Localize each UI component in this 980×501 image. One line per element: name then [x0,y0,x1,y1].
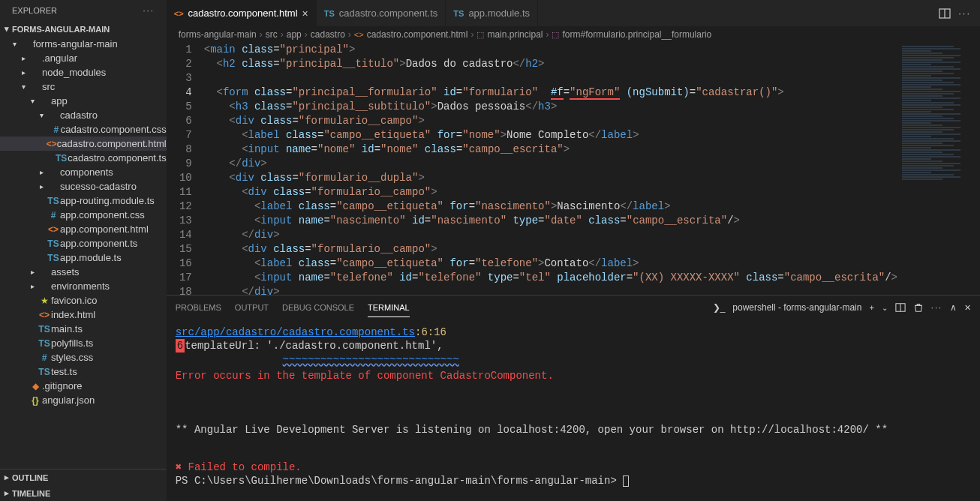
breadcrumb-segment[interactable]: app [287,29,302,40]
tree-item-forms-angular-main[interactable]: ▾forms-angular-main [0,37,167,51]
tree-item-main-ts[interactable]: TSmain.ts [0,322,167,336]
terminal-error-linenum: 6 [176,339,185,352]
tree-item-app-routing-module-ts[interactable]: TSapp-routing.module.ts [0,194,167,208]
close-tab-icon[interactable]: × [302,8,308,20]
editor-tabs: <>cadastro.component.html×TScadastro.com… [167,0,980,26]
line-gutter: 123456789101112131415161718 [167,43,204,295]
terminal-shell-icon: ❯_ [713,302,726,313]
explorer-more-icon[interactable]: ··· [143,6,155,15]
breadcrumb-segment[interactable]: main.principal [487,29,543,40]
main-area: <>cadastro.component.html×TScadastro.com… [167,0,980,501]
terminal-code-line: templateUrl: './cadastro.component.html'… [185,339,443,352]
tree-item-sucesso-cadastro[interactable]: ▸sucesso-cadastro [0,179,167,194]
tree-item-environments[interactable]: ▸environments [0,279,167,293]
timeline-section[interactable]: ▸ TIMELINE [0,485,167,501]
tree-item-cadastro-component-css[interactable]: #cadastro.component.css [0,122,167,136]
sidebar-bottom-sections: ▸ OUTLINE ▸ TIMELINE [0,469,167,501]
bottom-panel: PROBLEMS OUTPUT DEBUG CONSOLE TERMINAL ❯… [167,295,980,501]
editor-tab-cadastro-component-html[interactable]: <>cadastro.component.html× [167,0,317,26]
terminal-fail: ✖ Failed to compile. [176,460,971,474]
editor-tab-cadastro-component-ts[interactable]: TScadastro.component.ts [317,0,446,26]
terminal-body[interactable]: src/app/cadastro/cadastro.component.ts:6… [167,320,980,501]
editor-actions: ··· [939,0,980,26]
breadcrumb-segment[interactable]: cadastro.component.html [367,29,468,40]
terminal-error-msg: Error occurs in the template of componen… [176,369,971,382]
file-tree[interactable]: ▾forms-angular-main▸.angular▸node_module… [0,37,167,469]
panel-tabs: PROBLEMS OUTPUT DEBUG CONSOLE TERMINAL ❯… [167,296,980,320]
tree-item-app[interactable]: ▾app [0,94,167,108]
chevron-right-icon: ▸ [5,472,9,482]
tree-item-components[interactable]: ▸components [0,165,167,179]
symbol-icon: ⬚ [476,30,484,40]
tree-item-angular-json[interactable]: {}angular.json [0,393,167,407]
terminal-selector[interactable]: powershell - forms-angular-main [732,302,861,313]
minimap[interactable] [897,43,980,295]
tree-item-app-module-ts[interactable]: TSapp.module.ts [0,250,167,265]
chevron-down-icon: ▾ [5,24,9,34]
outline-section[interactable]: ▸ OUTLINE [0,470,167,485]
project-section-header[interactable]: ▾ FORMS-ANGULAR-MAIN [0,21,167,37]
tree-item-polyfills-ts[interactable]: TSpolyfills.ts [0,336,167,350]
tree-item-cadastro-component-html[interactable]: <>cadastro.component.html [0,136,167,151]
new-terminal-icon[interactable]: + [869,303,873,312]
breadcrumbs[interactable]: forms-angular-main›src›app›cadastro›<>ca… [167,26,980,43]
tree-item-cadastro-component-ts[interactable]: TScadastro.component.ts [0,151,167,165]
code-editor[interactable]: 123456789101112131415161718 <main class=… [167,43,980,295]
terminal-cursor [623,476,629,487]
close-panel-icon[interactable]: ✕ [964,303,971,313]
breadcrumb-segment[interactable]: forms-angular-main [179,29,257,40]
tree-item--gitignore[interactable]: ◆.gitignore [0,379,167,393]
tree-item-cadastro[interactable]: ▾cadastro [0,108,167,122]
kill-terminal-icon[interactable] [913,302,924,313]
breadcrumb-segment[interactable]: form#formulario.principal__formulario [562,29,711,40]
tab-problems[interactable]: PROBLEMS [176,298,221,316]
tree-item-index-html[interactable]: <>index.html [0,308,167,322]
tree-item-assets[interactable]: ▸assets [0,265,167,279]
project-name: FORMS-ANGULAR-MAIN [12,25,110,34]
tab-more-icon[interactable]: ··· [958,8,971,19]
tree-item-favicon-ico[interactable]: ★favicon.ico [0,293,167,308]
tab-terminal[interactable]: TERMINAL [368,298,410,317]
editor-tab-app-module-ts[interactable]: TSapp.module.ts [446,0,538,26]
tab-debug-console[interactable]: DEBUG CONSOLE [282,298,354,316]
tree-item-app-component-css[interactable]: #app.component.css [0,208,167,222]
terminal-dropdown-icon[interactable]: ⌄ [882,304,888,312]
tree-item-app-component-html[interactable]: <>app.component.html [0,222,167,236]
terminal-src-link[interactable]: src/app/cadastro/cadastro.component.ts [176,326,415,338]
explorer-sidebar: EXPLORER ··· ▾ FORMS-ANGULAR-MAIN ▾forms… [0,0,167,501]
code-content[interactable]: <main class="principal"> <h2 class="prin… [204,43,897,295]
tree-item-app-component-ts[interactable]: TSapp.component.ts [0,236,167,250]
html-icon: <> [354,30,364,39]
tree-item-test-ts[interactable]: TStest.ts [0,364,167,379]
breadcrumb-segment[interactable]: cadastro [311,29,345,40]
tree-item-src[interactable]: ▾src [0,80,167,94]
tree-item-styles-css[interactable]: #styles.css [0,350,167,364]
tree-item-node-modules[interactable]: ▸node_modules [0,65,167,80]
terminal-prompt: PS C:\Users\Guilherme\Downloads\forms-an… [176,475,624,487]
tab-output[interactable]: OUTPUT [235,298,269,316]
explorer-title: EXPLORER [12,6,57,15]
terminal-live-server: ** Angular Live Development Server is li… [176,423,971,436]
maximize-panel-icon[interactable]: ∧ [950,302,957,313]
split-editor-icon[interactable] [939,8,951,20]
symbol-icon: ⬚ [552,30,559,40]
breadcrumb-segment[interactable]: src [266,29,278,40]
tree-item--angular[interactable]: ▸.angular [0,51,167,65]
split-terminal-icon[interactable] [895,302,906,313]
explorer-header: EXPLORER ··· [0,0,167,21]
panel-more-icon[interactable]: ··· [931,303,942,312]
chevron-right-icon: ▸ [5,488,9,498]
